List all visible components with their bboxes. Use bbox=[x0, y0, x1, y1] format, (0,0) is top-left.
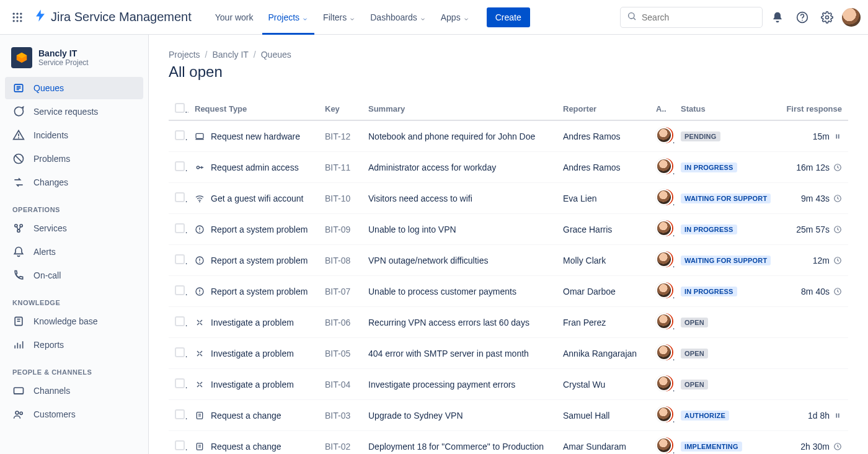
column-header[interactable]: Status bbox=[675, 98, 780, 120]
reporter-name[interactable]: Samuel Hall bbox=[563, 411, 609, 421]
issue-summary[interactable]: VPN outage/network difficulties bbox=[368, 256, 489, 265]
issue-summary[interactable]: Deployment 18 for "Commerce" to Producti… bbox=[368, 442, 544, 452]
assignee-avatar[interactable] bbox=[656, 189, 672, 205]
issue-key-link[interactable]: BIT-08 bbox=[325, 256, 350, 265]
assignee-avatar[interactable] bbox=[656, 344, 672, 360]
issue-key-link[interactable]: BIT-03 bbox=[325, 411, 350, 421]
row-checkbox[interactable] bbox=[175, 192, 185, 202]
assignee-avatar[interactable] bbox=[656, 437, 672, 453]
issue-summary[interactable]: Administrator access for workday bbox=[368, 162, 496, 172]
issue-key-link[interactable]: BIT-07 bbox=[325, 287, 350, 296]
column-header[interactable]: Key bbox=[319, 98, 362, 120]
column-header[interactable]: First response bbox=[780, 98, 848, 120]
nav-filters[interactable]: Filters bbox=[317, 0, 361, 35]
settings-gear-icon[interactable] bbox=[817, 7, 837, 27]
select-all-checkbox[interactable] bbox=[175, 103, 185, 113]
create-button[interactable]: Create bbox=[487, 7, 530, 27]
reporter-name[interactable]: Eva Lien bbox=[563, 194, 596, 203]
sidebar-item-reports[interactable]: Reports bbox=[5, 334, 143, 356]
table-row[interactable]: Investigate a problemBIT-05404 error wit… bbox=[169, 338, 848, 369]
profile-avatar[interactable] bbox=[842, 8, 861, 27]
table-row[interactable]: Request admin accessBIT-11Administrator … bbox=[169, 152, 848, 183]
column-header[interactable]: Request Type bbox=[188, 98, 319, 120]
row-checkbox[interactable] bbox=[175, 316, 185, 326]
issue-key-link[interactable]: BIT-10 bbox=[325, 194, 350, 203]
status-lozenge[interactable]: OPEN bbox=[681, 318, 708, 327]
table-row[interactable]: Request a changeBIT-02Deployment 18 for … bbox=[169, 431, 848, 455]
project-header[interactable]: Bancly IT Service Project bbox=[5, 45, 143, 77]
assignee-avatar[interactable] bbox=[656, 375, 672, 391]
notifications-icon[interactable] bbox=[768, 7, 787, 27]
reporter-name[interactable]: Molly Clark bbox=[563, 256, 606, 265]
status-lozenge[interactable]: IMPLEMENTING bbox=[681, 442, 742, 452]
sidebar-item-incidents[interactable]: Incidents bbox=[5, 124, 143, 146]
issue-key-link[interactable]: BIT-05 bbox=[325, 349, 350, 358]
row-checkbox[interactable] bbox=[175, 285, 185, 295]
row-checkbox[interactable] bbox=[175, 161, 185, 171]
reporter-name[interactable]: Andres Ramos bbox=[563, 131, 621, 141]
status-lozenge[interactable]: IN PROGRESS bbox=[681, 162, 737, 172]
sidebar-item-alerts[interactable]: Alerts bbox=[5, 241, 143, 263]
issue-key-link[interactable]: BIT-04 bbox=[325, 380, 350, 389]
reporter-name[interactable]: Fran Perez bbox=[563, 318, 606, 327]
reporter-name[interactable]: Grace Harris bbox=[563, 225, 612, 234]
status-lozenge[interactable]: IN PROGRESS bbox=[681, 287, 737, 296]
row-checkbox[interactable] bbox=[175, 223, 185, 233]
issue-key-link[interactable]: BIT-02 bbox=[325, 442, 350, 452]
issue-key-link[interactable]: BIT-09 bbox=[325, 225, 350, 234]
help-icon[interactable] bbox=[792, 7, 812, 27]
status-lozenge[interactable]: WAITING FOR SUPPORT bbox=[681, 194, 771, 203]
table-row[interactable]: Get a guest wifi accountBIT-10Visitors n… bbox=[169, 183, 848, 214]
search-input[interactable] bbox=[642, 12, 756, 22]
row-checkbox[interactable] bbox=[175, 378, 185, 388]
nav-projects[interactable]: Projects bbox=[262, 0, 315, 35]
reporter-name[interactable]: Andres Ramos bbox=[563, 162, 621, 172]
nav-dashboards[interactable]: Dashboards bbox=[364, 0, 432, 35]
table-row[interactable]: Investigate a problemBIT-04Investigate p… bbox=[169, 369, 848, 400]
product-logo[interactable]: Jira Service Management bbox=[32, 9, 195, 25]
reporter-name[interactable]: Omar Darboe bbox=[563, 287, 616, 296]
status-lozenge[interactable]: WAITING FOR SUPPORT bbox=[681, 256, 771, 265]
issue-summary[interactable]: 404 error with SMTP server in past month bbox=[368, 349, 529, 358]
breadcrumb-link[interactable]: Bancly IT bbox=[212, 50, 248, 60]
sidebar-item-queues[interactable]: Queues bbox=[5, 77, 143, 99]
sidebar-item-services[interactable]: Services bbox=[5, 217, 143, 239]
breadcrumb-link[interactable]: Queues bbox=[261, 50, 291, 60]
column-header[interactable]: Summary bbox=[362, 98, 557, 120]
table-row[interactable]: Report a system problemBIT-08VPN outage/… bbox=[169, 245, 848, 276]
assignee-avatar[interactable] bbox=[656, 313, 672, 329]
sidebar-item-on-call[interactable]: On-call bbox=[5, 264, 143, 287]
nav-apps[interactable]: Apps bbox=[435, 0, 476, 35]
status-lozenge[interactable]: PENDING bbox=[681, 131, 720, 141]
column-header[interactable]: Reporter bbox=[557, 98, 650, 120]
assignee-avatar[interactable] bbox=[656, 251, 672, 267]
sidebar-item-channels[interactable]: Channels bbox=[5, 380, 143, 402]
sidebar-item-changes[interactable]: Changes bbox=[5, 171, 143, 194]
issue-key-link[interactable]: BIT-11 bbox=[325, 162, 350, 172]
global-search[interactable] bbox=[620, 7, 763, 28]
issue-summary[interactable]: Recurring VPN access errors last 60 days bbox=[368, 318, 529, 327]
sidebar-item-service-requests[interactable]: Service requests bbox=[5, 100, 143, 123]
table-row[interactable]: Investigate a problemBIT-06Recurring VPN… bbox=[169, 307, 848, 338]
status-lozenge[interactable]: IN PROGRESS bbox=[681, 225, 737, 234]
assignee-avatar[interactable] bbox=[656, 220, 672, 236]
reporter-name[interactable]: Annika Rangarajan bbox=[563, 349, 637, 358]
breadcrumb-link[interactable]: Projects bbox=[169, 50, 200, 60]
assignee-avatar[interactable] bbox=[656, 127, 672, 143]
app-switcher-icon[interactable] bbox=[7, 7, 27, 27]
row-checkbox[interactable] bbox=[175, 409, 185, 419]
row-checkbox[interactable] bbox=[175, 347, 185, 357]
issue-key-link[interactable]: BIT-06 bbox=[325, 318, 350, 327]
status-lozenge[interactable]: AUTHORIZE bbox=[681, 411, 729, 421]
status-lozenge[interactable]: OPEN bbox=[681, 380, 708, 389]
issue-summary[interactable]: Unable to log into VPN bbox=[368, 225, 456, 234]
reporter-name[interactable]: Amar Sundaram bbox=[563, 442, 626, 452]
table-row[interactable]: Report a system problemBIT-09Unable to l… bbox=[169, 214, 848, 245]
issue-summary[interactable]: Unable to process customer payments bbox=[368, 287, 516, 296]
issue-summary[interactable]: Upgrade to Sydney VPN bbox=[368, 411, 463, 421]
sidebar-item-problems[interactable]: Problems bbox=[5, 148, 143, 170]
assignee-avatar[interactable] bbox=[656, 158, 672, 174]
table-row[interactable]: Request new hardwareBIT-12Notebook and p… bbox=[169, 120, 848, 152]
table-row[interactable]: Request a changeBIT-03Upgrade to Sydney … bbox=[169, 400, 848, 431]
nav-your-work[interactable]: Your work bbox=[209, 0, 260, 35]
